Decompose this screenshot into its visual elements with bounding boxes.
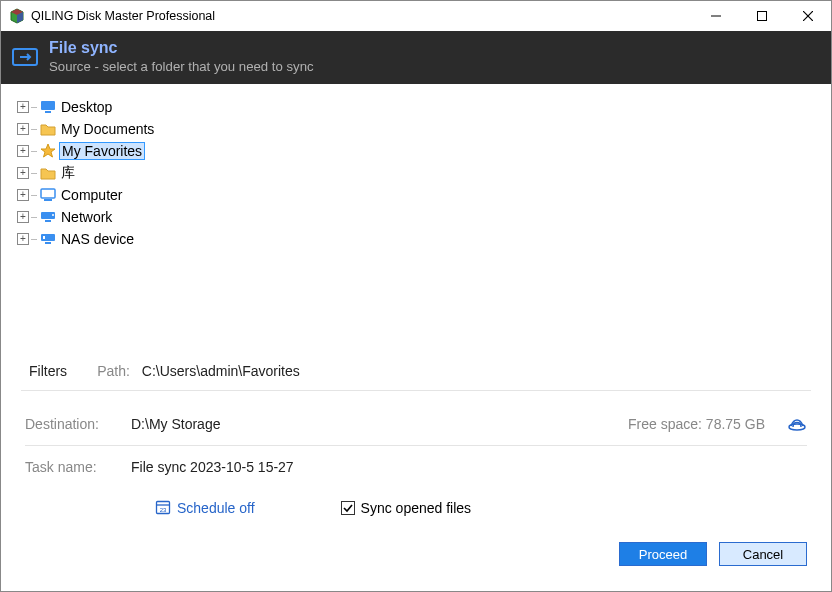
svg-rect-12 <box>44 199 52 201</box>
expand-icon[interactable]: + <box>17 145 29 157</box>
tree-item-my-favorites[interactable]: +┄My Favorites <box>17 140 815 162</box>
star-icon <box>39 143 57 159</box>
window-title: QILING Disk Master Professional <box>31 9 215 23</box>
tree-item-label: 库 <box>61 164 75 182</box>
svg-rect-18 <box>43 236 45 239</box>
file-sync-icon <box>1 45 49 69</box>
header-title: File sync <box>49 39 314 57</box>
computer-icon <box>39 188 57 202</box>
tree-connector: ┄ <box>31 102 37 113</box>
free-space: Free space: 78.75 GB <box>628 416 765 432</box>
title-bar: QILING Disk Master Professional <box>1 1 831 31</box>
expand-icon[interactable]: + <box>17 167 29 179</box>
destination-row: Destination: D:\My Storage Free space: 7… <box>25 403 807 445</box>
tree-item-库[interactable]: +┄库 <box>17 162 815 184</box>
svg-rect-14 <box>45 220 51 222</box>
destination-label: Destination: <box>25 416 131 432</box>
tree-item-label: Computer <box>61 187 122 203</box>
header-subtitle: Source - select a folder that you need t… <box>49 59 314 74</box>
task-name-value[interactable]: File sync 2023-10-5 15-27 <box>131 459 294 475</box>
folder-icon <box>39 166 57 180</box>
tree-connector: ┄ <box>31 168 37 179</box>
tree-item-label: My Documents <box>61 121 154 137</box>
tree-connector: ┄ <box>31 190 37 201</box>
svg-rect-11 <box>41 189 55 198</box>
calendar-icon: 23 <box>155 499 171 518</box>
tree-item-network[interactable]: +┄Network <box>17 206 815 228</box>
tree-item-my-documents[interactable]: +┄My Documents <box>17 118 815 140</box>
path-row: Filters Path: C:\Users\admin\Favorites <box>1 352 831 390</box>
tree-item-computer[interactable]: +┄Computer <box>17 184 815 206</box>
expand-icon[interactable]: + <box>17 101 29 113</box>
path-label: Path: <box>97 363 130 379</box>
close-button[interactable] <box>785 1 831 31</box>
tree-connector: ┄ <box>31 124 37 135</box>
svg-rect-9 <box>45 111 51 113</box>
schedule-toggle[interactable]: 23 Schedule off <box>155 499 255 518</box>
app-icon <box>9 8 25 24</box>
dialog-buttons: Proceed Cancel <box>1 528 831 566</box>
desktop-icon <box>39 100 57 114</box>
tree-item-label: NAS device <box>61 231 134 247</box>
destination-value[interactable]: D:\My Storage <box>131 416 220 432</box>
checkbox-icon <box>341 501 355 515</box>
folder-icon <box>39 122 57 136</box>
tree-connector: ┄ <box>31 212 37 223</box>
browse-destination-icon[interactable] <box>787 415 807 434</box>
sync-opened-files-checkbox[interactable]: Sync opened files <box>341 500 472 516</box>
expand-icon[interactable]: + <box>17 189 29 201</box>
expand-icon[interactable]: + <box>17 211 29 223</box>
tree-item-label: Desktop <box>61 99 112 115</box>
tree-connector: ┄ <box>31 146 37 157</box>
task-name-label: Task name: <box>25 459 131 475</box>
tree-connector: ┄ <box>31 234 37 245</box>
tree-item-label: Network <box>61 209 112 225</box>
sync-opened-files-label: Sync opened files <box>361 500 472 516</box>
tree-item-label: My Favorites <box>59 142 145 160</box>
svg-rect-17 <box>45 242 51 244</box>
task-name-row: Task name: File sync 2023-10-5 15-27 <box>25 446 807 488</box>
svg-line-5 <box>803 11 813 21</box>
svg-rect-8 <box>41 101 55 110</box>
minimize-button[interactable] <box>693 1 739 31</box>
folder-tree[interactable]: +┄Desktop+┄My Documents+┄My Favorites+┄库… <box>1 84 831 352</box>
tree-item-nas-device[interactable]: +┄NAS device <box>17 228 815 250</box>
svg-line-6 <box>803 11 813 21</box>
schedule-label: Schedule off <box>177 500 255 516</box>
header: File sync Source - select a folder that … <box>1 31 831 84</box>
filters-link[interactable]: Filters <box>29 363 67 379</box>
svg-point-15 <box>52 214 54 216</box>
expand-icon[interactable]: + <box>17 123 29 135</box>
cancel-button[interactable]: Cancel <box>719 542 807 566</box>
svg-rect-4 <box>758 12 767 21</box>
svg-marker-10 <box>41 144 55 157</box>
svg-text:23: 23 <box>160 507 167 513</box>
network-icon <box>39 210 57 224</box>
expand-icon[interactable]: + <box>17 233 29 245</box>
path-value: C:\Users\admin\Favorites <box>142 363 300 379</box>
tree-item-desktop[interactable]: +┄Desktop <box>17 96 815 118</box>
options-row: 23 Schedule off Sync opened files <box>25 488 807 528</box>
proceed-button[interactable]: Proceed <box>619 542 707 566</box>
nas-icon <box>39 232 57 246</box>
maximize-button[interactable] <box>739 1 785 31</box>
